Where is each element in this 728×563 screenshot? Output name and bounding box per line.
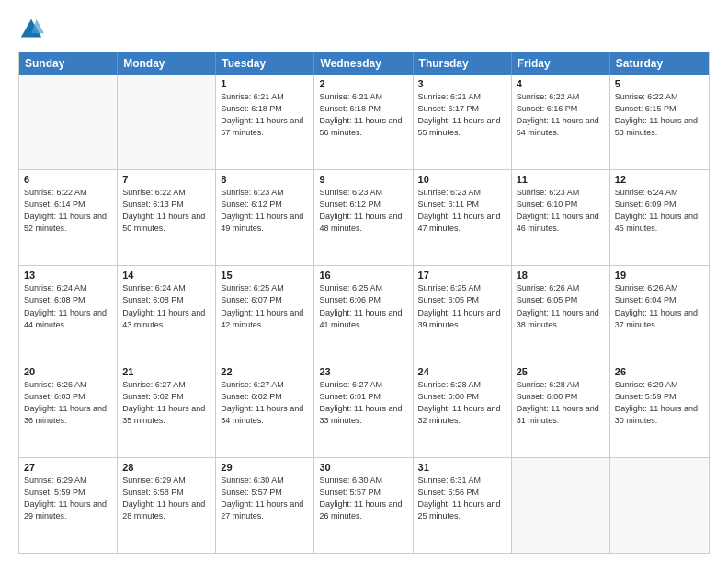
day-number: 11 (517, 174, 605, 185)
calendar-body: 1Sunrise: 6:21 AM Sunset: 6:18 PM Daylig… (19, 75, 709, 553)
day-info: Sunrise: 6:22 AM Sunset: 6:13 PM Dayligh… (122, 187, 210, 235)
day-info: Sunrise: 6:25 AM Sunset: 6:05 PM Dayligh… (418, 282, 506, 330)
empty-cell (19, 75, 118, 169)
day-info: Sunrise: 6:24 AM Sunset: 6:09 PM Dayligh… (615, 187, 704, 235)
day-info: Sunrise: 6:26 AM Sunset: 6:05 PM Dayligh… (517, 282, 605, 330)
day-info: Sunrise: 6:25 AM Sunset: 6:06 PM Dayligh… (319, 282, 407, 330)
day-number: 19 (615, 270, 704, 281)
day-number: 22 (221, 366, 309, 377)
week-row-2: 6Sunrise: 6:22 AM Sunset: 6:14 PM Daylig… (19, 169, 709, 265)
day-info: Sunrise: 6:26 AM Sunset: 6:04 PM Dayligh… (615, 282, 704, 330)
day-cell-23: 23Sunrise: 6:27 AM Sunset: 6:01 PM Dayli… (314, 362, 413, 457)
day-cell-6: 6Sunrise: 6:22 AM Sunset: 6:14 PM Daylig… (19, 170, 118, 265)
logo-icon (18, 17, 44, 42)
day-cell-5: 5Sunrise: 6:22 AM Sunset: 6:15 PM Daylig… (610, 75, 709, 169)
day-cell-10: 10Sunrise: 6:23 AM Sunset: 6:11 PM Dayli… (414, 170, 512, 265)
day-info: Sunrise: 6:28 AM Sunset: 6:00 PM Dayligh… (418, 379, 506, 427)
day-info: Sunrise: 6:24 AM Sunset: 6:08 PM Dayligh… (122, 282, 210, 330)
week-row-5: 27Sunrise: 6:29 AM Sunset: 5:59 PM Dayli… (19, 457, 709, 553)
day-info: Sunrise: 6:21 AM Sunset: 6:18 PM Dayligh… (319, 91, 407, 139)
day-info: Sunrise: 6:27 AM Sunset: 6:01 PM Dayligh… (319, 379, 407, 427)
day-number: 26 (615, 366, 704, 377)
day-info: Sunrise: 6:27 AM Sunset: 6:02 PM Dayligh… (122, 379, 210, 427)
day-number: 18 (517, 270, 605, 281)
day-cell-29: 29Sunrise: 6:30 AM Sunset: 5:57 PM Dayli… (216, 458, 314, 553)
day-number: 17 (418, 270, 506, 281)
day-info: Sunrise: 6:27 AM Sunset: 6:02 PM Dayligh… (221, 379, 309, 427)
calendar-header: SundayMondayTuesdayWednesdayThursdayFrid… (19, 52, 709, 75)
day-info: Sunrise: 6:22 AM Sunset: 6:15 PM Dayligh… (615, 91, 704, 139)
day-info: Sunrise: 6:28 AM Sunset: 6:00 PM Dayligh… (517, 379, 605, 427)
day-of-week-friday: Friday (512, 52, 610, 75)
empty-cell (610, 458, 709, 553)
day-info: Sunrise: 6:23 AM Sunset: 6:10 PM Dayligh… (517, 187, 605, 235)
day-number: 27 (24, 462, 112, 473)
day-cell-20: 20Sunrise: 6:26 AM Sunset: 6:03 PM Dayli… (19, 362, 118, 457)
day-cell-17: 17Sunrise: 6:25 AM Sunset: 6:05 PM Dayli… (414, 266, 512, 361)
empty-cell (118, 75, 216, 169)
day-info: Sunrise: 6:29 AM Sunset: 5:59 PM Dayligh… (24, 475, 112, 523)
day-cell-27: 27Sunrise: 6:29 AM Sunset: 5:59 PM Dayli… (19, 458, 118, 553)
day-info: Sunrise: 6:23 AM Sunset: 6:11 PM Dayligh… (418, 187, 506, 235)
day-of-week-thursday: Thursday (414, 52, 512, 75)
day-of-week-monday: Monday (118, 52, 216, 75)
day-cell-18: 18Sunrise: 6:26 AM Sunset: 6:05 PM Dayli… (512, 266, 610, 361)
day-number: 10 (418, 174, 506, 185)
day-cell-22: 22Sunrise: 6:27 AM Sunset: 6:02 PM Dayli… (216, 362, 314, 457)
day-cell-1: 1Sunrise: 6:21 AM Sunset: 6:18 PM Daylig… (216, 75, 314, 169)
day-number: 29 (221, 462, 309, 473)
day-cell-12: 12Sunrise: 6:24 AM Sunset: 6:09 PM Dayli… (610, 170, 709, 265)
day-number: 6 (24, 174, 112, 185)
day-cell-14: 14Sunrise: 6:24 AM Sunset: 6:08 PM Dayli… (118, 266, 216, 361)
day-number: 13 (24, 270, 112, 281)
day-number: 21 (122, 366, 210, 377)
day-of-week-tuesday: Tuesday (216, 52, 314, 75)
logo (18, 17, 48, 42)
day-number: 4 (517, 78, 605, 89)
day-cell-30: 30Sunrise: 6:30 AM Sunset: 5:57 PM Dayli… (314, 458, 413, 553)
day-info: Sunrise: 6:25 AM Sunset: 6:07 PM Dayligh… (221, 282, 309, 330)
week-row-1: 1Sunrise: 6:21 AM Sunset: 6:18 PM Daylig… (19, 75, 709, 169)
day-info: Sunrise: 6:26 AM Sunset: 6:03 PM Dayligh… (24, 379, 112, 427)
day-number: 16 (319, 270, 407, 281)
day-number: 3 (418, 78, 506, 89)
day-number: 23 (319, 366, 407, 377)
week-row-4: 20Sunrise: 6:26 AM Sunset: 6:03 PM Dayli… (19, 362, 709, 457)
day-number: 9 (319, 174, 407, 185)
day-info: Sunrise: 6:23 AM Sunset: 6:12 PM Dayligh… (319, 187, 407, 235)
day-number: 1 (221, 78, 309, 89)
day-info: Sunrise: 6:22 AM Sunset: 6:14 PM Dayligh… (24, 187, 112, 235)
day-cell-28: 28Sunrise: 6:29 AM Sunset: 5:58 PM Dayli… (118, 458, 216, 553)
day-info: Sunrise: 6:30 AM Sunset: 5:57 PM Dayligh… (221, 475, 309, 523)
day-cell-4: 4Sunrise: 6:22 AM Sunset: 6:16 PM Daylig… (512, 75, 610, 169)
day-info: Sunrise: 6:24 AM Sunset: 6:08 PM Dayligh… (24, 282, 112, 330)
day-info: Sunrise: 6:31 AM Sunset: 5:56 PM Dayligh… (418, 475, 506, 523)
day-info: Sunrise: 6:21 AM Sunset: 6:18 PM Dayligh… (221, 91, 309, 139)
day-cell-15: 15Sunrise: 6:25 AM Sunset: 6:07 PM Dayli… (216, 266, 314, 361)
header (18, 17, 710, 42)
day-number: 2 (319, 78, 407, 89)
day-of-week-sunday: Sunday (19, 52, 118, 75)
day-cell-3: 3Sunrise: 6:21 AM Sunset: 6:17 PM Daylig… (414, 75, 512, 169)
day-info: Sunrise: 6:30 AM Sunset: 5:57 PM Dayligh… (319, 475, 407, 523)
day-number: 20 (24, 366, 112, 377)
day-number: 28 (122, 462, 210, 473)
day-number: 7 (122, 174, 210, 185)
day-info: Sunrise: 6:22 AM Sunset: 6:16 PM Dayligh… (517, 91, 605, 139)
day-number: 30 (319, 462, 407, 473)
calendar: SundayMondayTuesdayWednesdayThursdayFrid… (18, 52, 710, 554)
day-cell-9: 9Sunrise: 6:23 AM Sunset: 6:12 PM Daylig… (314, 170, 413, 265)
day-info: Sunrise: 6:23 AM Sunset: 6:12 PM Dayligh… (221, 187, 309, 235)
day-cell-24: 24Sunrise: 6:28 AM Sunset: 6:00 PM Dayli… (414, 362, 512, 457)
day-number: 25 (517, 366, 605, 377)
page: SundayMondayTuesdayWednesdayThursdayFrid… (0, 0, 728, 563)
day-number: 31 (418, 462, 506, 473)
day-of-week-saturday: Saturday (610, 52, 709, 75)
day-cell-7: 7Sunrise: 6:22 AM Sunset: 6:13 PM Daylig… (118, 170, 216, 265)
day-number: 14 (122, 270, 210, 281)
day-cell-16: 16Sunrise: 6:25 AM Sunset: 6:06 PM Dayli… (314, 266, 413, 361)
day-cell-31: 31Sunrise: 6:31 AM Sunset: 5:56 PM Dayli… (414, 458, 512, 553)
day-cell-8: 8Sunrise: 6:23 AM Sunset: 6:12 PM Daylig… (216, 170, 314, 265)
day-cell-26: 26Sunrise: 6:29 AM Sunset: 5:59 PM Dayli… (610, 362, 709, 457)
day-cell-2: 2Sunrise: 6:21 AM Sunset: 6:18 PM Daylig… (314, 75, 413, 169)
